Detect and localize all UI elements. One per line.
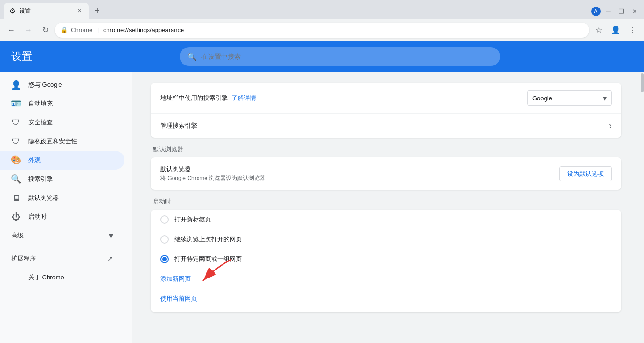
window-controls: A ─ ❐ ✕ — [591, 6, 640, 19]
default-browser-text: 默认浏览器 将 Google Chrome 浏览器设为默认浏览器 — [160, 165, 559, 182]
minimize-button[interactable]: ─ — [603, 6, 614, 17]
about-icon — [11, 273, 21, 282]
radio-specific[interactable] — [160, 255, 169, 263]
sidebar-label-appearance: 外观 — [28, 156, 41, 164]
chrome-label: Chrome — [71, 26, 92, 33]
sidebar-label-privacy: 隐私设置和安全性 — [28, 137, 77, 146]
sidebar-label-you-google: 您与 Google — [28, 81, 62, 89]
new-tab-button[interactable]: + — [91, 4, 104, 17]
search-engine-label-group: 地址栏中使用的搜索引擎 了解详情 — [160, 94, 518, 102]
search-engine-value: Google — [532, 95, 552, 102]
shield-icon: 🛡 — [11, 118, 21, 127]
sidebar-item-privacy[interactable]: 🛡 隐私设置和安全性 — [0, 132, 124, 151]
use-current-text: 使用当前网页 — [160, 295, 197, 302]
power-icon: ⏻ — [11, 212, 21, 221]
external-link-icon: ↗ — [107, 255, 113, 262]
select-chevron-icon: ▾ — [603, 94, 607, 103]
sidebar-divider — [8, 247, 124, 247]
sidebar-item-you-google[interactable]: 👤 您与 Google — [0, 75, 124, 94]
lock-icon: 🔒 — [60, 26, 68, 33]
privacy-shield-icon: 🛡 — [11, 137, 21, 146]
reload-button[interactable]: ↻ — [38, 23, 53, 38]
search-icon: 🔍 — [187, 52, 197, 61]
manage-search-label: 管理搜索引擎 — [160, 122, 609, 130]
content-area: 👤 您与 Google 🪪 自动填充 🛡 安全检查 🛡 隐私设置和安全性 — [0, 72, 644, 343]
search-input[interactable] — [201, 53, 493, 60]
close-button[interactable]: ✕ — [629, 6, 640, 17]
tab-favicon: ⚙ — [9, 7, 16, 15]
radio-selected-dot — [162, 257, 167, 261]
bookmark-button[interactable]: ☆ — [591, 23, 606, 38]
restore-button[interactable]: ❐ — [616, 6, 627, 17]
sidebar-item-security[interactable]: 🛡 安全检查 — [0, 113, 124, 132]
startup-label-new-tab: 打开新标签页 — [174, 215, 211, 224]
add-page-row: 添加新网页 — [151, 269, 621, 289]
settings-title: 设置 — [11, 49, 32, 64]
advanced-label: 高级 — [11, 231, 24, 240]
learn-more-text: 了解详情 — [231, 94, 256, 101]
startup-option-continue[interactable]: 继续浏览上次打开的网页 — [151, 229, 621, 249]
toolbar: ← → ↻ 🔒 Chrome | chrome://settings/appea… — [0, 19, 644, 41]
sidebar-item-default-browser[interactable]: 🖥 默认浏览器 — [0, 188, 124, 207]
radio-new-tab[interactable] — [160, 215, 169, 224]
set-default-button[interactable]: 设为默认选项 — [559, 166, 612, 181]
default-browser-row-title: 默认浏览器 — [160, 165, 559, 173]
url-text: chrome://settings/appearance — [103, 26, 184, 33]
menu-button[interactable]: ⋮ — [625, 23, 640, 38]
default-browser-title: 默认浏览器 — [153, 145, 621, 154]
add-page-text: 添加新网页 — [160, 275, 191, 282]
sidebar-item-autofill[interactable]: 🪪 自动填充 — [0, 94, 124, 113]
sidebar-item-about-chrome[interactable]: 关于 Chrome — [0, 268, 124, 287]
browser-window: ⚙ 设置 ✕ + A ─ ❐ ✕ ← → ↻ 🔒 Chrome | chrome… — [0, 0, 644, 343]
search-container: 🔍 — [47, 47, 633, 66]
default-browser-row-desc: 将 Google Chrome 浏览器设为默认浏览器 — [160, 174, 559, 182]
sidebar-item-advanced[interactable]: 高级 ▾ — [0, 226, 124, 245]
manage-search-row[interactable]: 管理搜索引擎 › — [151, 114, 621, 138]
address-bar[interactable]: 🔒 Chrome | chrome://settings/appearance — [55, 23, 589, 38]
sidebar: 👤 您与 Google 🪪 自动填充 🛡 安全检查 🛡 隐私设置和安全性 — [0, 72, 132, 343]
startup-option-new-tab[interactable]: 打开新标签页 — [151, 210, 621, 229]
sidebar-label-startup: 启动时 — [28, 212, 47, 221]
search-engine-row-label: 地址栏中使用的搜索引擎 — [160, 94, 228, 101]
tab-close-icon[interactable]: ✕ — [75, 7, 83, 15]
address-text: Chrome | chrome://settings/appearance — [71, 26, 184, 33]
startup-section-title: 启动时 — [153, 197, 621, 206]
back-button[interactable]: ← — [4, 23, 19, 38]
extensions-label: 扩展程序 — [11, 254, 36, 263]
sidebar-label-about-chrome: 关于 Chrome — [28, 273, 64, 282]
startup-option-specific[interactable]: 打开特定网页或一组网页 — [151, 249, 621, 269]
search-engine-card: 地址栏中使用的搜索引擎 了解详情 Google ▾ — [151, 83, 621, 138]
palette-icon: 🎨 — [11, 155, 21, 165]
scrollbar-thumb[interactable] — [641, 74, 644, 92]
search-engine-select[interactable]: Google ▾ — [527, 90, 612, 106]
scrollbar-track[interactable] — [640, 72, 644, 343]
active-tab[interactable]: ⚙ 设置 ✕ — [4, 3, 89, 19]
add-page-link[interactable]: 添加新网页 — [151, 271, 200, 287]
set-default-label: 设为默认选项 — [567, 170, 604, 177]
badge-icon: 🪪 — [11, 99, 21, 108]
use-current-link[interactable]: 使用当前网页 — [151, 291, 206, 307]
default-browser-section-title: 默认浏览器 — [153, 146, 183, 153]
use-current-row: 使用当前网页 — [151, 289, 621, 312]
separator: | — [97, 26, 99, 33]
sidebar-item-appearance[interactable]: 🎨 外观 — [0, 151, 124, 170]
default-browser-card: 默认浏览器 将 Google Chrome 浏览器设为默认浏览器 设为默认选项 — [151, 157, 621, 190]
tab-title: 设置 — [19, 7, 72, 15]
sidebar-item-extensions[interactable]: 扩展程序 ↗ — [0, 249, 124, 268]
forward-button[interactable]: → — [21, 23, 36, 38]
radio-continue[interactable] — [160, 235, 169, 244]
startup-label-continue: 继续浏览上次打开的网页 — [174, 235, 242, 244]
main-content: 地址栏中使用的搜索引擎 了解详情 Google ▾ — [132, 72, 640, 343]
sidebar-item-startup[interactable]: ⏻ 启动时 — [0, 207, 124, 226]
sidebar-item-search[interactable]: 🔍 搜索引擎 — [0, 170, 124, 188]
settings-page: 设置 🔍 👤 您与 Google 🪪 自动填充 — [0, 41, 644, 343]
manage-search-chevron-icon: › — [609, 120, 612, 131]
search-box[interactable]: 🔍 — [180, 47, 500, 66]
profile-button[interactable]: 👤 — [608, 23, 623, 38]
learn-more-link[interactable]: 了解详情 — [231, 94, 256, 101]
chevron-down-icon: ▾ — [109, 230, 113, 241]
default-browser-row: 默认浏览器 将 Google Chrome 浏览器设为默认浏览器 设为默认选项 — [151, 157, 621, 190]
sidebar-label-search: 搜索引擎 — [28, 175, 53, 183]
profile-icon[interactable]: A — [591, 7, 601, 16]
startup-label-specific: 打开特定网页或一组网页 — [174, 255, 242, 263]
